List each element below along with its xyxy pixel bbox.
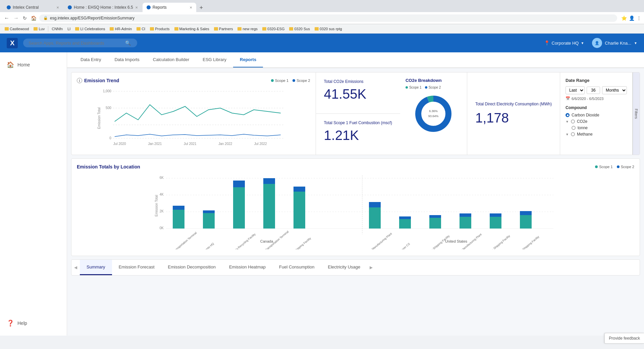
sidebar-home-label: Home (17, 62, 30, 67)
folder-icon-castlewood (5, 27, 9, 31)
svg-rect-42 (293, 187, 305, 192)
tab-reports[interactable]: Reports ✕ (143, 3, 196, 12)
bookmark-ci[interactable]: CI (135, 26, 147, 32)
folder-icon-ci (137, 27, 141, 31)
last-select[interactable]: Last (566, 86, 585, 94)
user-menu[interactable]: 👤 Charlie Kna... ▼ (592, 38, 637, 48)
profile-icon[interactable]: 👤 (629, 15, 635, 21)
compound-item-methane[interactable]: ▼ Methane (566, 132, 627, 137)
sidebar-help-label: Help (17, 320, 27, 326)
tab-icon-3 (147, 5, 151, 9)
bottom-tab-fuel[interactable]: Fuel Consumption (272, 260, 321, 275)
svg-text:SW Denver Shipping Facility: SW Denver Shipping Facility (510, 235, 540, 249)
electricity-value: 1,178 (475, 110, 552, 126)
bookmark-new-regs[interactable]: new regs (235, 26, 260, 32)
sidebar-item-home[interactable]: 🏠 Home (0, 58, 67, 72)
bookmark-hr-admin[interactable]: HR-Admin (108, 26, 134, 32)
svg-rect-56 (490, 217, 501, 229)
folder-icon-hr (110, 27, 114, 31)
trend-legend: Scope 1 Scope 2 (271, 79, 310, 83)
tab-close-1[interactable]: ✕ (56, 6, 59, 9)
bottom-dot-s2 (617, 165, 620, 168)
sidebar-item-help[interactable]: ❓ Help (0, 316, 67, 330)
donut-svg: 6.36% 93.64% (413, 94, 453, 134)
bottom-chart-header: Emission Totals by Location Scope 1 Scop… (77, 164, 634, 169)
folder-icon-li-celebrations (75, 27, 79, 31)
folder-icon-sus-rptg (315, 27, 319, 31)
tab-ehsq[interactable]: Home : EHSQ Home : Intelex 6.5 ✕ (64, 3, 142, 12)
svg-text:Jan 2022: Jan 2022 (218, 142, 232, 146)
trend-title: ℹ Emission Trend (77, 78, 119, 83)
location-selector[interactable]: 📍 Corporate HQ ▼ (544, 40, 584, 46)
compound-item-tonne[interactable]: tonne (572, 126, 627, 130)
tab-close-3[interactable]: ✕ (190, 6, 192, 9)
kpi-scope1: Total Scope 1 Fuel Combustion (mscf) 1.2… (316, 114, 400, 155)
sidebar: 🏠 Home ❓ Help (0, 52, 67, 336)
url-bar[interactable]: 🔒 esg.intelex.app/ESG/Report/EmissionSum… (39, 14, 617, 22)
bottom-tabs-bar: ◀ Summary Emission Forecast Emission Dec… (71, 259, 640, 276)
user-chevron-icon: ▼ (634, 41, 637, 45)
date-range-title: Date Range (566, 78, 627, 83)
folder-icon-luv (34, 27, 38, 31)
svg-text:1,000: 1,000 (103, 89, 111, 93)
donut-container: 6.36% 93.64% (406, 92, 462, 136)
tab-esg-library[interactable]: ESG Library (196, 52, 233, 67)
bookmark-castlewood[interactable]: Castlewood (3, 26, 31, 32)
scroll-next-btn[interactable]: ▶ (367, 260, 375, 275)
home-browser-button[interactable]: 🏠 (30, 15, 38, 21)
browser-chrome: Intelex Central ✕ Home : EHSQ Home : Int… (0, 0, 644, 34)
bottom-tab-forecast[interactable]: Emission Forecast (112, 260, 161, 275)
period-count-input[interactable] (587, 87, 600, 94)
svg-text:93.64%: 93.64% (428, 114, 439, 118)
folder-icon-products (150, 27, 154, 31)
info-icon: ℹ (77, 78, 82, 83)
svg-rect-59 (520, 215, 532, 229)
svg-rect-54 (460, 213, 471, 217)
back-button[interactable]: ← (3, 14, 11, 22)
new-tab-button[interactable]: + (197, 4, 206, 11)
main-layout: 🏠 Home ❓ Help Data Entry Data Imports (0, 52, 644, 336)
bookmark-li[interactable]: LI (65, 26, 72, 32)
search-input[interactable] (29, 41, 122, 46)
tab-icon-1 (7, 5, 11, 9)
filters-label: Filters (634, 109, 638, 119)
svg-text:0K: 0K (160, 226, 164, 230)
tab-label-2: Home : EHSQ Home : Intelex 6.5 (74, 5, 133, 10)
bottom-tab-electricity[interactable]: Electricity Usage (321, 260, 367, 275)
bottom-tab-decomposition[interactable]: Emission Decomposition (161, 260, 222, 275)
bookmark-partners[interactable]: Partners (212, 26, 235, 32)
bookmark-li-celebrations[interactable]: LI Celebrations (73, 26, 107, 32)
svg-text:6K: 6K (160, 176, 164, 180)
search-container[interactable]: 🔍 (23, 39, 137, 47)
menu-icon[interactable]: ⋮ (637, 15, 641, 21)
feedback-button[interactable]: Provide feedback (604, 333, 644, 336)
reload-button[interactable]: ↻ (21, 15, 28, 21)
bottom-tab-summary[interactable]: Summary (80, 260, 112, 275)
bookmark-0320-sus-rptg[interactable]: 0320 sus rptg (313, 26, 344, 32)
bookmark-products[interactable]: Products (148, 26, 171, 32)
tab-close-2[interactable]: ✕ (135, 6, 138, 9)
bookmark-marketing[interactable]: Marketing & Sales (172, 26, 211, 32)
trend-panel-header: ℹ Emission Trend Scope 1 Scop (77, 78, 310, 83)
bookmark-0320-esg[interactable]: 0320-ESG (260, 26, 286, 32)
forward-button[interactable]: → (12, 14, 20, 22)
tab-data-entry[interactable]: Data Entry (74, 52, 108, 67)
tab-data-imports[interactable]: Data Imports (108, 52, 146, 67)
bottom-tab-heatmap[interactable]: Emission Heatmap (222, 260, 272, 275)
tab-calculation-builder[interactable]: Calculation Builder (146, 52, 196, 67)
extensions-icon[interactable]: ⭐ (621, 15, 627, 21)
date-display: 📅 6/6/2020 - 6/5/2023 (566, 96, 627, 101)
bookmark-luv[interactable]: Luv (32, 26, 47, 32)
bookmark-0320-sus[interactable]: 0320 Sus (287, 26, 312, 32)
compound-item-co2[interactable]: Carbon Dioxide (566, 113, 627, 117)
compound-item-co2e[interactable]: ▼ CO2e (566, 119, 627, 124)
period-select[interactable]: Months (602, 86, 627, 94)
svg-text:Denver CS: Denver CS (398, 242, 411, 249)
tab-reports[interactable]: Reports (233, 52, 263, 67)
user-name: Charlie Kna... (605, 41, 631, 46)
tab-intelex-central[interactable]: Intelex Central ✕ (3, 3, 63, 12)
bookmark-cnnfn[interactable]: CNNfn (50, 26, 65, 32)
bottom-legend-s1: Scope 1 (595, 165, 612, 169)
filters-toggle[interactable]: Filters (633, 72, 640, 155)
scroll-prev-btn[interactable]: ◀ (71, 260, 80, 275)
